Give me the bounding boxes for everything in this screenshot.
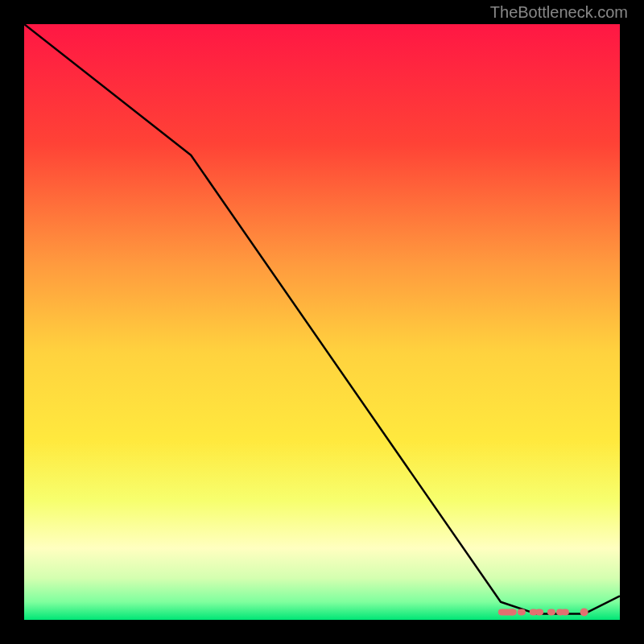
chart-background <box>24 24 620 620</box>
marker-dash <box>547 609 555 615</box>
marker-dash <box>561 609 569 615</box>
chart-svg <box>24 24 620 620</box>
marker-dot <box>580 608 588 616</box>
marker-dash <box>518 609 526 615</box>
watermark-text: TheBottleneck.com <box>490 3 628 22</box>
marker-dash <box>535 609 543 615</box>
chart-container: TheBottleneck.com <box>0 0 644 644</box>
marker-dash <box>498 609 516 615</box>
plot-area <box>24 24 620 620</box>
